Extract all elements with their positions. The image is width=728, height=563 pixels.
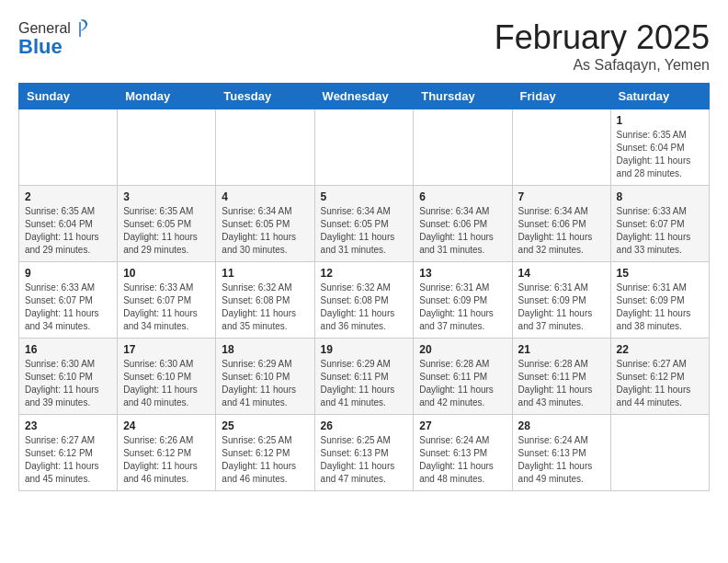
day-info: Sunrise: 6:25 AM Sunset: 6:12 PM Dayligh… — [222, 434, 308, 486]
day-number: 3 — [123, 190, 210, 203]
calendar-cell: 3Sunrise: 6:35 AM Sunset: 6:05 PM Daylig… — [118, 186, 216, 262]
calendar-cell: 15Sunrise: 6:31 AM Sunset: 6:09 PM Dayli… — [610, 262, 709, 339]
day-info: Sunrise: 6:27 AM Sunset: 6:12 PM Dayligh… — [617, 358, 703, 409]
day-number: 10 — [123, 267, 210, 280]
day-number: 2 — [25, 190, 111, 203]
day-info: Sunrise: 6:33 AM Sunset: 6:07 PM Dayligh… — [123, 282, 210, 333]
calendar-cell: 22Sunrise: 6:27 AM Sunset: 6:12 PM Dayli… — [610, 339, 709, 415]
day-number: 19 — [321, 343, 408, 356]
day-info: Sunrise: 6:28 AM Sunset: 6:11 PM Dayligh… — [419, 358, 506, 409]
day-number: 27 — [419, 419, 506, 432]
day-info: Sunrise: 6:33 AM Sunset: 6:07 PM Dayligh… — [617, 205, 703, 257]
day-info: Sunrise: 6:35 AM Sunset: 6:04 PM Dayligh… — [25, 205, 111, 257]
calendar-cell — [314, 109, 414, 186]
calendar-cell: 12Sunrise: 6:32 AM Sunset: 6:08 PM Dayli… — [314, 262, 414, 339]
day-number: 20 — [419, 343, 506, 356]
calendar-cell: 4Sunrise: 6:34 AM Sunset: 6:05 PM Daylig… — [216, 186, 314, 262]
day-number: 28 — [518, 419, 605, 432]
day-number: 16 — [25, 343, 111, 356]
calendar-cell: 6Sunrise: 6:34 AM Sunset: 6:06 PM Daylig… — [414, 186, 512, 262]
day-info: Sunrise: 6:31 AM Sunset: 6:09 PM Dayligh… — [518, 282, 605, 333]
calendar-week-row: 16Sunrise: 6:30 AM Sunset: 6:10 PM Dayli… — [19, 339, 710, 415]
calendar-week-row: 2Sunrise: 6:35 AM Sunset: 6:04 PM Daylig… — [19, 186, 710, 262]
calendar-week-row: 9Sunrise: 6:33 AM Sunset: 6:07 PM Daylig… — [19, 262, 710, 339]
calendar-cell — [216, 109, 314, 186]
page-header: General Blue February 2025 As Safaqayn, … — [18, 18, 710, 74]
day-info: Sunrise: 6:34 AM Sunset: 6:05 PM Dayligh… — [222, 205, 308, 257]
day-number: 22 — [617, 343, 703, 356]
day-info: Sunrise: 6:24 AM Sunset: 6:13 PM Dayligh… — [518, 434, 605, 486]
calendar-cell: 23Sunrise: 6:27 AM Sunset: 6:12 PM Dayli… — [19, 415, 118, 491]
day-info: Sunrise: 6:27 AM Sunset: 6:12 PM Dayligh… — [25, 434, 111, 486]
logo-bird-icon — [72, 18, 88, 39]
calendar-cell: 26Sunrise: 6:25 AM Sunset: 6:13 PM Dayli… — [314, 415, 414, 491]
calendar-cell: 8Sunrise: 6:33 AM Sunset: 6:07 PM Daylig… — [610, 186, 709, 262]
day-info: Sunrise: 6:32 AM Sunset: 6:08 PM Dayligh… — [222, 282, 308, 333]
day-info: Sunrise: 6:30 AM Sunset: 6:10 PM Dayligh… — [25, 358, 111, 409]
day-number: 18 — [222, 343, 308, 356]
calendar-header-row: SundayMondayTuesdayWednesdayThursdayFrid… — [19, 84, 710, 109]
weekday-header: Wednesday — [314, 84, 414, 109]
day-number: 25 — [222, 419, 308, 432]
day-number: 21 — [518, 343, 605, 356]
day-info: Sunrise: 6:24 AM Sunset: 6:13 PM Dayligh… — [419, 434, 506, 486]
weekday-header: Monday — [118, 84, 216, 109]
day-info: Sunrise: 6:33 AM Sunset: 6:07 PM Dayligh… — [25, 282, 111, 333]
day-info: Sunrise: 6:35 AM Sunset: 6:05 PM Dayligh… — [123, 205, 210, 257]
day-info: Sunrise: 6:25 AM Sunset: 6:13 PM Dayligh… — [321, 434, 408, 486]
month-title: February 2025 — [495, 18, 710, 57]
day-info: Sunrise: 6:26 AM Sunset: 6:12 PM Dayligh… — [123, 434, 210, 486]
calendar-cell: 19Sunrise: 6:29 AM Sunset: 6:11 PM Dayli… — [314, 339, 414, 415]
calendar-cell — [512, 109, 610, 186]
logo: General Blue — [18, 18, 89, 59]
day-number: 26 — [321, 419, 408, 432]
calendar-cell: 11Sunrise: 6:32 AM Sunset: 6:08 PM Dayli… — [216, 262, 314, 339]
calendar-week-row: 1Sunrise: 6:35 AM Sunset: 6:04 PM Daylig… — [19, 109, 710, 186]
day-info: Sunrise: 6:31 AM Sunset: 6:09 PM Dayligh… — [617, 282, 703, 333]
day-info: Sunrise: 6:29 AM Sunset: 6:11 PM Dayligh… — [321, 358, 408, 409]
day-info: Sunrise: 6:35 AM Sunset: 6:04 PM Dayligh… — [617, 129, 703, 180]
calendar-cell: 9Sunrise: 6:33 AM Sunset: 6:07 PM Daylig… — [19, 262, 118, 339]
day-number: 17 — [123, 343, 210, 356]
calendar-cell: 5Sunrise: 6:34 AM Sunset: 6:05 PM Daylig… — [314, 186, 414, 262]
calendar-cell: 10Sunrise: 6:33 AM Sunset: 6:07 PM Dayli… — [118, 262, 216, 339]
day-info: Sunrise: 6:34 AM Sunset: 6:05 PM Dayligh… — [321, 205, 408, 257]
calendar-cell — [414, 109, 512, 186]
weekday-header: Saturday — [610, 84, 709, 109]
calendar-cell: 27Sunrise: 6:24 AM Sunset: 6:13 PM Dayli… — [414, 415, 512, 491]
day-info: Sunrise: 6:31 AM Sunset: 6:09 PM Dayligh… — [419, 282, 506, 333]
calendar-cell — [610, 415, 709, 491]
calendar-cell: 21Sunrise: 6:28 AM Sunset: 6:11 PM Dayli… — [512, 339, 610, 415]
calendar-cell: 7Sunrise: 6:34 AM Sunset: 6:06 PM Daylig… — [512, 186, 610, 262]
weekday-header: Friday — [512, 84, 610, 109]
calendar-cell: 14Sunrise: 6:31 AM Sunset: 6:09 PM Dayli… — [512, 262, 610, 339]
day-number: 8 — [617, 190, 703, 203]
calendar-cell: 24Sunrise: 6:26 AM Sunset: 6:12 PM Dayli… — [118, 415, 216, 491]
location-title: As Safaqayn, Yemen — [495, 57, 710, 74]
day-number: 1 — [617, 114, 703, 127]
weekday-header: Sunday — [19, 84, 118, 109]
calendar-cell: 20Sunrise: 6:28 AM Sunset: 6:11 PM Dayli… — [414, 339, 512, 415]
day-number: 11 — [222, 267, 308, 280]
calendar-cell — [118, 109, 216, 186]
calendar-table: SundayMondayTuesdayWednesdayThursdayFrid… — [18, 83, 710, 491]
day-number: 6 — [419, 190, 506, 203]
calendar-cell: 28Sunrise: 6:24 AM Sunset: 6:13 PM Dayli… — [512, 415, 610, 491]
calendar-cell: 16Sunrise: 6:30 AM Sunset: 6:10 PM Dayli… — [19, 339, 118, 415]
day-number: 23 — [25, 419, 111, 432]
day-number: 12 — [321, 267, 408, 280]
day-number: 24 — [123, 419, 210, 432]
calendar-week-row: 23Sunrise: 6:27 AM Sunset: 6:12 PM Dayli… — [19, 415, 710, 491]
calendar-cell: 2Sunrise: 6:35 AM Sunset: 6:04 PM Daylig… — [19, 186, 118, 262]
day-info: Sunrise: 6:28 AM Sunset: 6:11 PM Dayligh… — [518, 358, 605, 409]
weekday-header: Thursday — [414, 84, 512, 109]
day-number: 7 — [518, 190, 605, 203]
title-block: February 2025 As Safaqayn, Yemen — [495, 18, 710, 74]
day-number: 9 — [25, 267, 111, 280]
day-info: Sunrise: 6:34 AM Sunset: 6:06 PM Dayligh… — [518, 205, 605, 257]
day-number: 14 — [518, 267, 605, 280]
weekday-header: Tuesday — [216, 84, 314, 109]
day-number: 13 — [419, 267, 506, 280]
day-number: 5 — [321, 190, 408, 203]
calendar-cell: 18Sunrise: 6:29 AM Sunset: 6:10 PM Dayli… — [216, 339, 314, 415]
